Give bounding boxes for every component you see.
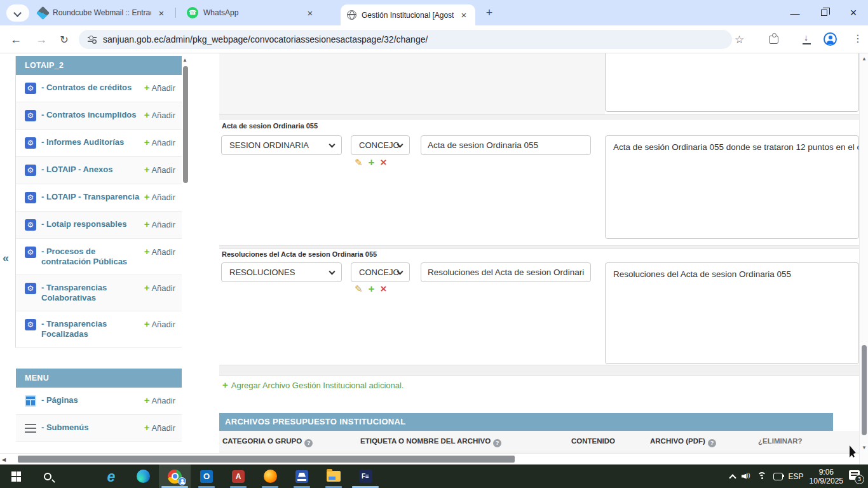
scroll-up-icon[interactable]: ▲ xyxy=(862,56,867,62)
session-type-select[interactable]: RESOLUCIONES xyxy=(221,262,342,282)
description-textarea[interactable]: Acta de sesión Ordinaria 055 donde se tr… xyxy=(605,135,859,239)
name-input[interactable] xyxy=(421,135,591,155)
sidebar-item-label[interactable]: - Informes Auditorías xyxy=(41,137,124,147)
sidebar-item-label[interactable]: - Submenús xyxy=(41,423,88,433)
bookmark-star-icon[interactable]: ☆ xyxy=(735,33,744,46)
forward-button[interactable]: → xyxy=(31,25,52,53)
add-link[interactable]: +Añadir xyxy=(144,247,175,257)
sidebar-item-label[interactable]: - Contratos incumplidos xyxy=(41,110,137,120)
group-select[interactable]: CONCEJO xyxy=(351,135,410,155)
sidebar-item[interactable]: ⚙ - Contratos incumplidos +Añadir xyxy=(16,102,182,130)
sidebar-item-submenus[interactable]: - Submenús +Añadir xyxy=(16,415,182,442)
downloads-icon[interactable] xyxy=(802,34,812,45)
search-button[interactable] xyxy=(32,464,64,488)
horizontal-scrollbar-thumb[interactable] xyxy=(18,456,515,463)
tray-expand-icon[interactable] xyxy=(729,473,736,480)
extensions-icon[interactable] xyxy=(769,36,778,44)
sidebar-item-label[interactable]: - Transparencias Colaborativas xyxy=(41,283,144,303)
previous-description-textarea[interactable] xyxy=(605,53,859,112)
wifi-icon[interactable] xyxy=(757,472,768,480)
scanner-app-icon[interactable] xyxy=(286,464,318,488)
add-icon[interactable]: + xyxy=(369,158,375,167)
tab-gestion-institucional[interactable]: Gestión Institucional [Agosto-2 × xyxy=(341,4,475,25)
sidebar-item-label[interactable]: - Lotaip responsables xyxy=(41,219,126,229)
sidebar-scrollbar-thumb[interactable] xyxy=(183,66,188,183)
firefox-icon[interactable] xyxy=(254,464,286,488)
name-input[interactable] xyxy=(421,262,591,282)
tab-whatsapp[interactable]: ☎ WhatsApp × xyxy=(180,0,322,25)
sidebar-item-label[interactable]: - LOTAIP - Anexos xyxy=(41,165,112,175)
acrobat-icon[interactable]: A xyxy=(222,464,254,488)
add-link[interactable]: +Añadir xyxy=(144,192,175,203)
vertical-scrollbar-thumb[interactable] xyxy=(862,345,867,435)
group-select[interactable]: CONCEJO xyxy=(351,262,410,282)
sidebar-item[interactable]: ⚙ - Transparencias Colaborativas +Añadir xyxy=(16,275,182,311)
scroll-down-icon[interactable]: ▼ xyxy=(862,445,867,451)
reload-button[interactable]: ↻ xyxy=(53,25,75,53)
connect-icon[interactable] xyxy=(773,473,783,480)
edit-icon[interactable]: ✎ xyxy=(355,283,363,295)
horizontal-scrollbar[interactable]: ◀ xyxy=(0,453,859,464)
add-link[interactable]: +Añadir xyxy=(144,137,175,148)
minimize-button[interactable]: — xyxy=(780,0,810,25)
sidebar-item[interactable]: ⚙ - Transparencias Focalizadas +Añadir xyxy=(16,311,182,348)
tab-close-icon[interactable]: × xyxy=(305,8,315,18)
site-settings-icon[interactable] xyxy=(88,35,97,44)
session-type-select[interactable]: SESION ORDINARIA xyxy=(221,135,342,155)
language-indicator[interactable]: ESP xyxy=(789,472,804,481)
sidebar-item-label[interactable]: - Páginas xyxy=(41,395,78,405)
help-icon[interactable] xyxy=(493,439,501,447)
address-bar[interactable]: sanjuan.gob.ec/admin/pkg_webpage/convoca… xyxy=(79,30,732,49)
sidebar-item[interactable]: ⚙ - Contratos de créditos +Añadir xyxy=(16,75,182,102)
tab-roundcube[interactable]: Roundcube Webmail :: Entrada × xyxy=(32,0,173,25)
add-archivo-link[interactable]: +Agregar Archivo Gestión Institucional a… xyxy=(222,379,403,390)
copilot-icon[interactable] xyxy=(64,464,95,488)
back-button[interactable]: ← xyxy=(5,25,27,53)
sidebar-item[interactable]: ⚙ - Procesos de contratación Públicas +A… xyxy=(16,239,182,275)
sidebar-item-label[interactable]: - Transparencias Focalizadas xyxy=(41,319,144,339)
delete-icon[interactable]: × xyxy=(381,158,387,167)
outlook-icon[interactable]: O xyxy=(191,464,222,488)
sidebar-collapse-arrow[interactable]: « xyxy=(3,252,9,265)
new-tab-button[interactable]: + xyxy=(482,6,497,21)
volume-icon[interactable] xyxy=(742,472,752,481)
add-link[interactable]: +Añadir xyxy=(144,165,175,175)
add-icon[interactable]: + xyxy=(369,285,375,294)
sidebar-item[interactable]: ⚙ - LOTAIP - Transparencia +Añadir xyxy=(16,184,182,212)
sidebar-scrollbar[interactable]: ▲ xyxy=(182,56,189,391)
help-icon[interactable] xyxy=(708,439,716,447)
sidebar-item-label[interactable]: - Contratos de créditos xyxy=(41,83,132,93)
restore-button[interactable] xyxy=(810,0,839,25)
sidebar-item[interactable]: ⚙ - Lotaip responsables +Añadir xyxy=(16,212,182,239)
add-link[interactable]: +Añadir xyxy=(144,219,175,230)
notification-center-icon[interactable]: 3 xyxy=(849,470,863,483)
delete-icon[interactable]: × xyxy=(381,285,387,294)
scroll-up-icon[interactable]: ▲ xyxy=(182,57,187,63)
start-button[interactable] xyxy=(0,464,32,488)
add-link[interactable]: +Añadir xyxy=(144,283,175,294)
description-textarea[interactable]: Resoluciones del Acta de sesion Ordinari… xyxy=(605,262,859,364)
clock[interactable]: 9:06 10/9/2025 xyxy=(810,468,843,485)
profile-icon[interactable] xyxy=(824,32,837,46)
help-icon[interactable] xyxy=(304,439,313,447)
tab-close-icon[interactable]: × xyxy=(459,10,469,20)
scroll-left-icon[interactable]: ◀ xyxy=(2,457,6,463)
internet-explorer-icon[interactable]: e xyxy=(95,464,127,488)
sidebar-item[interactable]: ⚙ - LOTAIP - Anexos +Añadir xyxy=(16,157,182,184)
faststone-icon[interactable]: F≡ xyxy=(349,464,381,488)
sidebar-item-label[interactable]: - Procesos de contratación Públicas xyxy=(41,247,144,267)
add-link[interactable]: +Añadir xyxy=(144,423,175,433)
edge-icon[interactable] xyxy=(127,464,159,488)
add-link[interactable]: +Añadir xyxy=(144,319,175,330)
vertical-scrollbar[interactable]: ▲ ▼ xyxy=(859,53,868,464)
close-button[interactable]: × xyxy=(839,0,868,25)
add-link[interactable]: +Añadir xyxy=(144,83,175,93)
add-link[interactable]: +Añadir xyxy=(144,395,175,406)
chrome-icon[interactable] xyxy=(159,464,191,488)
sidebar-item[interactable]: ⚙ - Informes Auditorías +Añadir xyxy=(16,130,182,157)
tab-search-button[interactable] xyxy=(6,4,29,22)
sidebar-item-label[interactable]: - LOTAIP - Transparencia xyxy=(41,192,139,202)
edit-icon[interactable]: ✎ xyxy=(355,157,363,168)
sidebar-item-paginas[interactable]: - Páginas +Añadir xyxy=(16,388,182,415)
file-explorer-icon[interactable] xyxy=(318,464,349,488)
